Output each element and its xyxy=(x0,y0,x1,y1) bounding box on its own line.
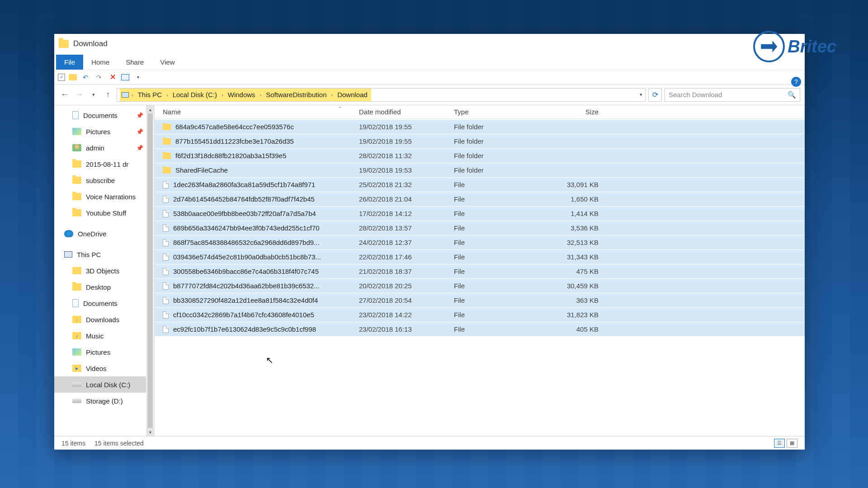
file-row[interactable]: 2d74b614546452b84764fdb52f87f0adf7f42b45… xyxy=(155,192,805,206)
column-headers: Name˄ Date modified Type Size xyxy=(155,105,805,119)
file-size: 32,513 KB xyxy=(544,239,603,246)
file-size: 31,823 KB xyxy=(544,311,603,319)
address-dropdown-icon[interactable]: ▾ xyxy=(640,92,642,98)
chevron-right-icon[interactable]: › xyxy=(259,92,263,98)
file-name: cf10cc0342c2869b7a1f4b67cfc43608fe4010e5 xyxy=(173,311,314,319)
file-row[interactable]: b8777072fd84c202b4d36aa62bbe81b39c6532..… xyxy=(155,279,805,293)
qat-dropdown-icon[interactable]: ▾ xyxy=(133,72,143,82)
sidebar-item-local-disk[interactable]: Local Disk (C:) xyxy=(54,376,154,393)
file-row[interactable]: 1dec263f4a8a2860fa3ca81a59d5cf1b74a8f971… xyxy=(155,178,805,192)
tab-view[interactable]: View xyxy=(152,55,183,70)
sidebar-item-documents[interactable]: Documents xyxy=(54,295,154,311)
crumb-local-disk[interactable]: Local Disk (C:) xyxy=(169,89,221,101)
file-name: SharedFileCache xyxy=(175,166,228,174)
explorer-window: Download ? File Home Share View ✓ ↶ ↷ ✕ … xyxy=(54,34,805,450)
folder-icon xyxy=(72,160,81,168)
file-row[interactable]: ec92fc10b7f1b7e6130624d83e9c5c9c0b1cf998… xyxy=(155,322,805,337)
chevron-right-icon[interactable]: › xyxy=(131,92,134,98)
sidebar-item-pictures-quick[interactable]: Pictures📌 xyxy=(54,123,154,140)
column-type[interactable]: Type xyxy=(454,108,544,116)
sidebar-item-3d-objects[interactable]: 3D Objects xyxy=(54,263,154,279)
details-view-button[interactable]: ☰ xyxy=(774,439,785,448)
chevron-right-icon[interactable]: › xyxy=(330,92,334,98)
column-name[interactable]: Name˄ xyxy=(155,108,359,116)
tab-file[interactable]: File xyxy=(56,55,83,70)
pictures-icon xyxy=(72,348,81,356)
crumb-softwaredistribution[interactable]: SoftwareDistribution xyxy=(262,89,330,101)
properties-check-icon[interactable]: ✓ xyxy=(58,74,65,81)
sidebar-item-date-folder[interactable]: 2015-08-11 dr xyxy=(54,156,154,172)
refresh-button[interactable]: ⟳ xyxy=(648,88,662,102)
chevron-right-icon[interactable]: › xyxy=(221,92,224,98)
file-row[interactable]: 868f75ac8548388486532c6a2968dd6d897bd9..… xyxy=(155,235,805,250)
sidebar-item-admin[interactable]: admin📌 xyxy=(54,140,154,156)
music-icon xyxy=(72,332,81,339)
file-date: 19/02/2018 19:55 xyxy=(359,137,454,145)
file-size: 33,091 KB xyxy=(544,181,603,188)
column-date[interactable]: Date modified xyxy=(359,108,454,116)
file-name: 039436e574d45e2c81b90a0dbab0cb51bc8b73..… xyxy=(173,253,321,261)
scroll-down-icon[interactable]: ▾ xyxy=(146,428,154,436)
forward-button[interactable]: → xyxy=(73,89,85,101)
sidebar-item-subscribe[interactable]: subscribe xyxy=(54,172,154,188)
sidebar-item-videos[interactable]: Videos xyxy=(54,360,154,376)
sidebar-item-onedrive[interactable]: OneDrive xyxy=(54,225,154,242)
downloads-icon xyxy=(72,316,81,323)
file-type: File xyxy=(454,267,544,275)
sidebar-item-storage[interactable]: Storage (D:) xyxy=(54,393,154,409)
sidebar-item-this-pc[interactable]: This PC xyxy=(54,246,154,263)
recent-dropdown-icon[interactable]: ▾ xyxy=(88,89,99,101)
crumb-windows[interactable]: Windows xyxy=(224,89,259,101)
file-row[interactable]: f6f2d13f18dc88fb21820ab3a15f39e528/02/20… xyxy=(155,149,805,163)
3d-objects-icon xyxy=(72,267,81,274)
sidebar-scrollbar[interactable]: ▴ ▾ xyxy=(146,105,154,436)
sidebar-item-documents-quick[interactable]: Documents📌 xyxy=(54,107,154,123)
file-row[interactable]: 538b0aace00e9fbb8bee03b72ff20af7a7d5a7b4… xyxy=(155,206,805,221)
back-button[interactable]: ← xyxy=(59,89,71,101)
tab-share[interactable]: Share xyxy=(118,55,152,70)
sidebar-item-desktop[interactable]: Desktop xyxy=(54,279,154,295)
file-icon xyxy=(163,181,169,188)
file-row[interactable]: cf10cc0342c2869b7a1f4b67cfc43608fe4010e5… xyxy=(155,308,805,322)
tab-home[interactable]: Home xyxy=(83,55,118,70)
scroll-thumb[interactable] xyxy=(147,113,153,428)
sidebar-item-voice[interactable]: Voice Narrations xyxy=(54,188,154,205)
file-row[interactable]: SharedFileCache19/02/2018 19:53File fold… xyxy=(155,163,805,178)
sidebar-item-downloads[interactable]: Downloads xyxy=(54,311,154,328)
scroll-up-icon[interactable]: ▴ xyxy=(146,105,154,113)
sidebar-item-music[interactable]: Music xyxy=(54,328,154,344)
file-date: 20/02/2018 20:25 xyxy=(359,282,454,290)
file-type: File folder xyxy=(454,123,544,131)
file-icon xyxy=(163,282,169,290)
file-row[interactable]: 039436e574d45e2c81b90a0dbab0cb51bc8b73..… xyxy=(155,250,805,264)
sidebar-item-pictures[interactable]: Pictures xyxy=(54,344,154,360)
thumbnails-view-button[interactable]: ▦ xyxy=(787,439,797,448)
address-bar[interactable]: › This PC › Local Disk (C:) › Windows › … xyxy=(117,88,646,102)
new-folder-icon[interactable] xyxy=(69,74,77,80)
file-row[interactable]: 877b155451dd11223fcbe3e170a26d3519/02/20… xyxy=(155,134,805,149)
titlebar[interactable]: Download xyxy=(54,34,805,54)
pin-icon: 📌 xyxy=(136,145,143,151)
file-row[interactable]: bb3308527290f482a12d1ee8a81f584c32e4d0f4… xyxy=(155,293,805,308)
undo-icon[interactable]: ↶ xyxy=(80,72,90,82)
file-row[interactable]: 689b656a3346247bb94ee3f0b743edd255c1cf70… xyxy=(155,221,805,235)
delete-icon[interactable]: ✕ xyxy=(108,72,118,82)
search-input[interactable]: Search Download 🔍 xyxy=(665,88,800,102)
crumb-this-pc[interactable]: This PC xyxy=(134,89,165,101)
file-type: File xyxy=(454,282,544,290)
file-row[interactable]: 300558be6346b9bacc86e7c4a06b318f4f07c745… xyxy=(155,264,805,279)
column-size[interactable]: Size xyxy=(544,108,603,116)
sidebar-item-youtube[interactable]: Youtube Stuff xyxy=(54,205,154,221)
up-button[interactable]: ↑ xyxy=(102,89,114,101)
selection-count: 15 items selected xyxy=(94,440,144,447)
search-icon[interactable]: 🔍 xyxy=(788,91,796,99)
file-icon xyxy=(163,253,169,261)
redo-icon[interactable]: ↷ xyxy=(94,72,104,82)
file-size: 405 KB xyxy=(544,325,603,333)
chevron-right-icon[interactable]: › xyxy=(165,92,169,98)
file-row[interactable]: 684a9c457ca8e58e64ccc7ee0593576c19/02/20… xyxy=(155,120,805,134)
properties-icon[interactable] xyxy=(121,74,129,80)
file-date: 21/02/2018 18:37 xyxy=(359,267,454,275)
crumb-download[interactable]: Download xyxy=(334,89,371,101)
help-icon[interactable]: ? xyxy=(791,77,801,87)
